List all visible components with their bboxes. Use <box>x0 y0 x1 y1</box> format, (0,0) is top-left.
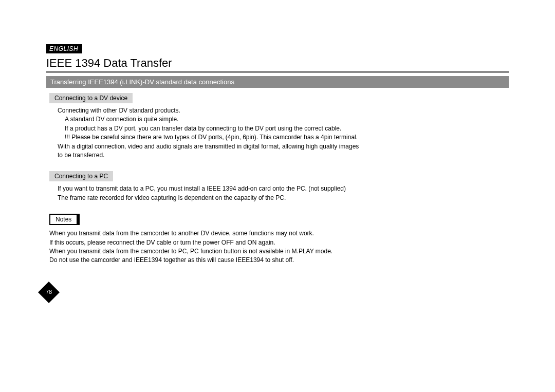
section2-label: Connecting to a PC <box>49 171 113 181</box>
section2-body: If you want to transmit data to a PC, yo… <box>58 184 509 202</box>
text-line: If a product has a DV port, you can tran… <box>65 124 509 133</box>
text-line: The frame rate recorded for video captur… <box>58 194 509 202</box>
text-line: When you transmit data from the camcorde… <box>49 247 509 256</box>
text-line: A standard DV connection is quite simple… <box>65 115 509 124</box>
text-line: !!! Please be careful since there are tw… <box>65 133 509 142</box>
page-title: IEEE 1394 Data Transfer <box>46 57 509 70</box>
section-subheader: Transferring IEEE1394 (i.LINK)-DV standa… <box>46 76 509 88</box>
text-line: If this occurs, please reconnect the DV … <box>49 238 509 247</box>
language-badge: ENGLISH <box>46 44 82 53</box>
section1-label: Connecting to a DV device <box>49 93 133 103</box>
text-line: With a digital connection, video and aud… <box>58 142 509 151</box>
text-line: to be transferred. <box>58 151 509 160</box>
title-underline <box>46 71 509 73</box>
notes-label: Notes <box>55 216 71 223</box>
section1-body: Connecting with other DV standard produc… <box>58 106 509 160</box>
notes-body: When you transmit data from the camcorde… <box>49 229 509 265</box>
notes-heading-box: Notes <box>49 214 80 225</box>
text-line: When you transmit data from the camcorde… <box>49 229 509 238</box>
manual-page: ENGLISH IEEE 1394 Data Transfer Transfer… <box>46 44 509 265</box>
text-line: Do not use the camcorder and IEEE1394 to… <box>49 256 509 265</box>
page-number-text: 78 <box>37 289 61 295</box>
text-line: Connecting with other DV standard produc… <box>58 106 509 115</box>
page-number-marker: 78 <box>37 281 61 304</box>
text-line: If you want to transmit data to a PC, yo… <box>58 184 509 193</box>
